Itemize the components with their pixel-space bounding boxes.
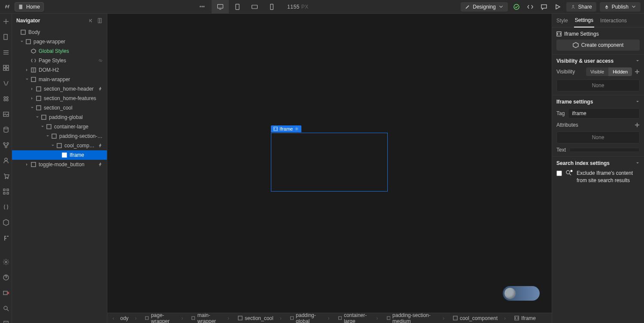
svg-rect-38 — [31, 77, 36, 82]
variables-icon[interactable] — [3, 80, 9, 87]
svg-rect-36 — [26, 40, 30, 44]
tab-settings[interactable]: Settings — [574, 14, 594, 27]
svg-rect-40 — [36, 96, 41, 101]
device-tablet-landscape-button[interactable] — [246, 0, 263, 14]
preview-icon[interactable] — [553, 2, 563, 12]
pin-panel-icon[interactable] — [97, 18, 103, 24]
create-component-button[interactable]: Create component — [556, 40, 640, 51]
variables2-icon[interactable] — [3, 204, 9, 210]
navigator-icon[interactable] — [3, 49, 9, 56]
svg-rect-53 — [290, 317, 293, 320]
svg-point-28 — [5, 261, 7, 263]
visibility-hidden-option[interactable]: Hidden — [608, 67, 632, 76]
search-index-section-header[interactable]: Search index settings — [556, 160, 640, 166]
theme-toggle-knob — [504, 288, 516, 299]
tree-node-dom-h2[interactable]: DOM-H2 — [12, 65, 107, 75]
users-icon[interactable] — [3, 157, 9, 164]
tree-node-page-wrapper[interactable]: page-wrapper — [12, 37, 107, 46]
visibility-visible-option[interactable]: Visible — [586, 67, 608, 76]
finsweet-icon[interactable] — [3, 235, 9, 241]
tag-label: Tag — [556, 110, 565, 116]
exclude-search-checkbox[interactable] — [556, 171, 562, 176]
iframe-settings-heading: Iframe Settings — [556, 31, 640, 37]
theme-toggle-widget[interactable] — [503, 286, 540, 301]
tree-node-cool-component[interactable]: cool_component — [12, 141, 107, 150]
viewport-size-display[interactable]: 1155PX — [287, 4, 309, 10]
design-canvas[interactable]: Iframe ‹ ody page-wrapper main-wrapper s… — [107, 14, 552, 323]
breadcrumb-item[interactable]: main-wrapper — [187, 313, 234, 323]
logic-icon[interactable] — [3, 142, 9, 149]
breadcrumb-item[interactable]: section_cool — [234, 315, 286, 321]
svg-point-19 — [7, 143, 9, 144]
add-attribute-icon[interactable] — [635, 122, 640, 128]
iframe-element-outline[interactable] — [271, 133, 388, 192]
tag-input[interactable]: iframe — [568, 108, 640, 119]
comment-icon[interactable] — [539, 2, 549, 12]
tree-node-padding-section-medium[interactable]: padding-section-medium — [12, 131, 107, 141]
device-desktop-button[interactable] — [212, 0, 229, 14]
search-icon[interactable] — [3, 305, 9, 312]
text-input-field[interactable] — [569, 148, 640, 152]
tree-node-main-wrapper[interactable]: main-wrapper — [12, 75, 107, 84]
audit-icon[interactable] — [3, 320, 9, 323]
svg-rect-26 — [3, 192, 5, 194]
tree-node-padding-global[interactable]: padding-global — [12, 113, 107, 122]
tree-node-section-home-header[interactable]: section_home-header — [12, 84, 107, 94]
iframe-settings-section-header[interactable]: Iframe settings — [556, 99, 640, 105]
tree-node-section-home-features[interactable]: section_home-features — [12, 94, 107, 103]
visibility-segmented-control[interactable]: Visible Hidden — [586, 67, 632, 76]
left-tool-rail — [0, 14, 12, 323]
apps-icon[interactable] — [3, 188, 9, 195]
tree-node-body[interactable]: Body — [12, 27, 107, 37]
collapse-panel-icon[interactable] — [88, 18, 94, 24]
settings-gear-icon[interactable] — [3, 259, 9, 265]
device-mobile-button[interactable] — [263, 0, 280, 14]
tree-node-section-cool[interactable]: section_cool — [12, 103, 107, 113]
svg-point-15 — [6, 99, 8, 101]
share-button[interactable]: Share — [566, 2, 596, 12]
help-icon[interactable] — [3, 274, 9, 281]
add-element-icon[interactable] — [3, 18, 9, 25]
breadcrumb-scroll-left-icon[interactable]: ‹ — [112, 315, 116, 321]
cube-icon[interactable] — [3, 219, 9, 226]
tab-style[interactable]: Style — [556, 14, 569, 27]
add-visibility-condition-icon[interactable] — [635, 69, 640, 74]
designing-mode-button[interactable]: Designing — [461, 2, 507, 12]
svg-point-31 — [4, 306, 7, 310]
tab-interactions[interactable]: Interactions — [599, 14, 628, 27]
video-icon[interactable] — [3, 289, 9, 296]
tree-node-container-large[interactable]: container-large — [12, 122, 107, 131]
assets-icon[interactable] — [3, 111, 9, 118]
breadcrumb-item[interactable]: ody — [116, 315, 141, 321]
breadcrumb-item[interactable]: cool_component — [449, 315, 510, 321]
svg-rect-2 — [236, 4, 239, 9]
status-ok-icon[interactable] — [511, 2, 522, 12]
ecommerce-icon[interactable] — [3, 173, 9, 180]
breadcrumb-item[interactable]: container-large — [334, 313, 383, 323]
selected-element-tag[interactable]: Iframe — [271, 125, 301, 132]
svg-rect-33 — [98, 18, 100, 23]
navigator-panel: Navigator Body page-wrapper Global Style… — [12, 14, 107, 323]
tree-node-global-styles[interactable]: Global Styles — [12, 46, 107, 56]
tree-node-toggle-mode-button[interactable]: toggle-mode_button — [12, 160, 107, 169]
more-options-icon[interactable]: ••• — [196, 4, 208, 10]
breadcrumb-item[interactable]: Iframe — [510, 315, 547, 321]
visibility-section-header[interactable]: Visibility & user access — [556, 58, 640, 64]
svg-point-13 — [6, 97, 8, 98]
tree-node-page-styles[interactable]: Page Styles — [12, 56, 107, 65]
cms-icon[interactable] — [3, 126, 9, 133]
code-icon[interactable] — [525, 2, 535, 12]
element-settings-icon[interactable] — [295, 127, 299, 131]
svg-rect-43 — [47, 125, 51, 129]
webflow-logo-icon[interactable] — [3, 3, 11, 11]
page-selector-button[interactable]: Home — [15, 2, 44, 12]
breadcrumb-item[interactable]: padding-section-medium — [383, 313, 449, 323]
tree-node-iframe[interactable]: Iframe — [12, 150, 107, 160]
device-tablet-button[interactable] — [229, 0, 246, 14]
components-icon[interactable] — [3, 64, 9, 71]
pages-icon[interactable] — [3, 34, 9, 40]
breadcrumb-item[interactable]: page-wrapper — [141, 313, 187, 323]
style-selectors-icon[interactable] — [3, 95, 9, 102]
breadcrumb-item[interactable]: padding-global — [286, 313, 334, 323]
publish-button[interactable]: Publish — [600, 2, 641, 12]
